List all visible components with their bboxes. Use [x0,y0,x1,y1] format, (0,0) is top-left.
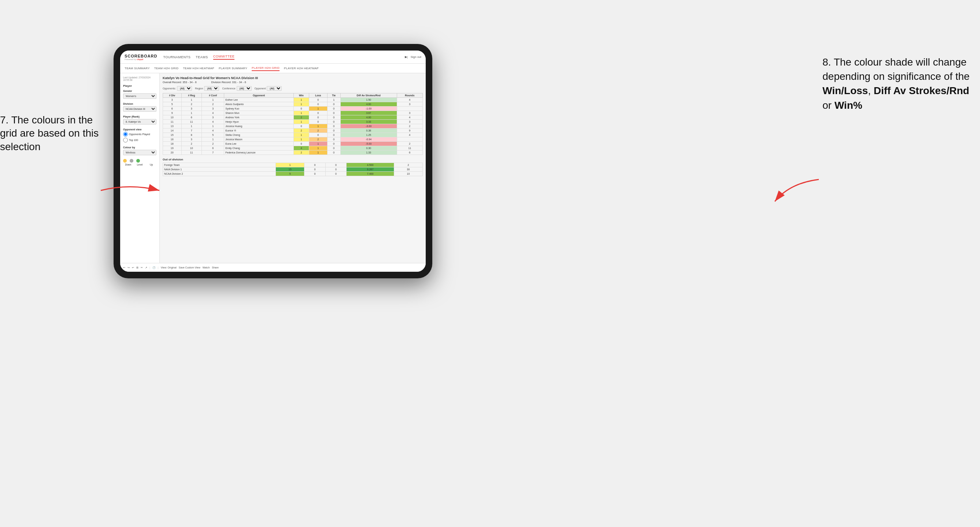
cell-diff: 3.67 [340,111,397,115]
cell-loss: 1 [309,146,327,151]
cell-conf: 1 [202,124,224,129]
cell-reg: 1 [181,111,202,115]
grid-area: Katelyn Vo Head-to-Head Grid for Women's… [160,73,426,263]
cell-win: 5 [276,172,304,176]
toolbar-action4[interactable]: ↗ [145,266,147,269]
filter-opponents: Opponents: (All) [163,86,192,91]
colour-dots [123,159,156,163]
toolbar-action1[interactable]: ↩ [132,266,134,269]
cell-div: 6 [163,106,182,111]
nav-tournaments[interactable]: TOURNAMENTS [163,55,191,59]
sidebar-division-section: Division NCAA Division III [123,103,156,112]
overall-record-value: 353 - 34 - 6 [183,81,196,84]
cell-reg: 3 [181,137,202,142]
cell-loss: 1 [309,142,327,146]
annotation-left-text: 7. The colours in the grid are based on … [0,114,99,152]
cell-diff: 4.500 [347,163,394,167]
sidebar-radio-group: Opponents Played Top 100 [123,132,156,143]
cell-div: 9 [163,111,182,115]
toolbar-action3[interactable]: ✂ [141,266,143,269]
cell-diff: -3.00 [340,124,397,129]
toolbar-view-original[interactable]: View: Original [161,266,177,269]
sidebar-player-rank-select[interactable]: 8. Katelyn Vo [123,119,156,124]
radio-opponents-played[interactable]: Opponents Played [123,132,156,137]
cell-loss: 0 [309,133,327,137]
cell-tie: 0 [327,115,340,120]
dot-down [123,159,127,163]
colour-legend: Down Level Up [123,159,156,166]
cell-win: 1 [293,98,309,102]
filter-conference-select[interactable]: (All) [237,86,252,91]
sub-nav-team-h2h-heatmap[interactable]: TEAM H2H HEATMAP [183,66,214,71]
cell-win: 1 [293,111,309,115]
cell-name: NCAA Division 2 [163,172,276,176]
cell-loss: 0 [304,167,326,172]
cell-name: NAIA Division 1 [163,167,276,172]
sub-nav-player-summary[interactable]: PLAYER SUMMARY [219,66,247,71]
cell-opponent: Sydney Kuo [224,106,294,111]
cell-opponent: Sharon Mun [224,111,294,115]
main-content: Last Updated: 27/03/2024 16:55:38 Player… [120,73,426,263]
cell-loss: 0 [309,98,327,102]
cell-diff: 0.38 [340,129,397,133]
cell-rounds: 4 [397,98,422,102]
cell-rounds: 30 [394,167,422,172]
cell-diff: 1.50 [340,98,397,102]
sub-nav-player-h2h-heatmap[interactable]: PLAYER H2H HEATMAP [284,66,319,71]
nav-committee[interactable]: COMMITTEE [213,55,235,60]
cell-conf: 3 [202,115,224,120]
scoreboard-logo: SCOREBOARD Powered by clippd [124,54,157,60]
legend-down-label: Down [123,163,134,166]
radio-opponents-played-input[interactable] [123,132,128,137]
cell-rounds: 9 [397,129,422,133]
cell-loss: 0 [309,102,327,106]
radio-top100[interactable]: Top 100 [123,138,156,143]
sidebar-gender-section: Gender Women's [123,90,156,99]
sign-out[interactable]: Sign out [411,55,421,59]
toolbar-action2[interactable]: ⊞ [136,266,138,269]
cell-tie: 0 [327,111,340,115]
sidebar-gender-label: Gender [123,90,156,92]
cell-conf: 5 [202,133,224,137]
cell-win: 1 [293,120,309,124]
cell-div: 16 [163,137,182,142]
cell-loss: 2 [309,137,327,142]
toolbar-undo[interactable]: ↩ [123,266,125,269]
cell-reg: 11 [181,120,202,124]
sidebar-division-select[interactable]: NCAA Division III [123,106,156,112]
cell-loss: 0 [304,163,326,167]
cell-loss: 0 [309,111,327,115]
cell-rounds: 2 [394,163,422,167]
cell-opponent: Heejo Hyun [224,120,294,124]
toolbar-watch[interactable]: Watch [203,266,210,269]
cell-conf: 2 [202,102,224,106]
cell-tie: 0 [327,106,340,111]
radio-top100-input[interactable] [123,138,128,143]
cell-rounds: 3 [397,102,422,106]
cell-diff: 3.33 [340,120,397,124]
filter-opponents-select[interactable]: (All) [177,86,192,91]
cell-win: 0 [293,106,309,111]
sidebar-colour-by-select[interactable]: Win/loss [123,150,156,155]
sidebar-opponent-view-section: Opponent view Opponents Played Top 100 [123,128,156,143]
cell-diff: 9.267 [347,167,394,172]
toolbar-redo[interactable]: ↪ [127,266,130,269]
col-loss: Loss [309,94,327,98]
overall-record: Overall Record: 353 - 34 - 6 [163,81,197,84]
sub-nav-player-h2h-grid[interactable]: PLAYER H2H GRID [252,65,280,71]
filter-opponent-select[interactable]: (All) [267,86,282,91]
nav-teams[interactable]: TEAMS [196,55,208,59]
sub-nav-team-summary[interactable]: TEAM SUMMARY [124,66,150,71]
cell-div: 14 [163,129,182,133]
sidebar-gender-select[interactable]: Women's [123,94,156,99]
toolbar-share[interactable]: Share [212,266,219,269]
col-div: # Div [163,94,182,98]
toolbar-save-custom[interactable]: Save Custom View [179,266,200,269]
cell-tie: 0 [325,172,347,176]
radio-top100-label: Top 100 [129,139,138,141]
sidebar-player-heading: Player [123,84,156,87]
cell-tie: 0 [327,151,340,155]
cell-opponent: Federica Domecq Lacroze [224,151,294,155]
sub-nav-team-h2h-grid[interactable]: TEAM H2H GRID [154,66,179,71]
filter-region-select[interactable]: (All) [204,86,219,91]
